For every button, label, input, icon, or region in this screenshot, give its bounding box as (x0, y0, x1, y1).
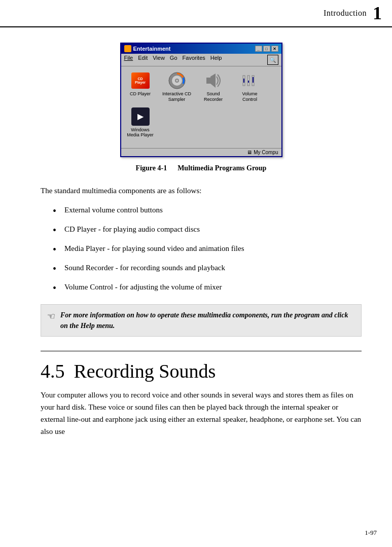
section-number: 4.5 (41, 361, 65, 381)
menu-help[interactable]: Help (210, 55, 222, 65)
cd-player-icon: CDPlayer (131, 71, 150, 90)
cd-player-label: CD Player (130, 91, 151, 97)
note-text: For more information on how to operate t… (60, 310, 353, 331)
bullet-list: • External volume control buttons • CD P… (41, 204, 362, 295)
win-title-text: Entertainment (133, 46, 171, 52)
statusbar-text: 🖥 My Compu (247, 150, 278, 155)
chapter-label: Introduction (324, 9, 367, 18)
section-divider (41, 351, 362, 351)
win-content-area: CDPlayer CD Player (121, 66, 281, 148)
media-player-icon-item: ▶ WindowsMedia Player (125, 107, 156, 138)
win-statusbar: 🖥 My Compu (121, 148, 281, 156)
list-item: • Sound Recorder - for recording sounds … (41, 262, 362, 276)
win-icons-row-2: ▶ WindowsMedia Player (125, 107, 277, 138)
win-minimize-btn[interactable]: _ (255, 46, 262, 52)
media-player-icon: ▶ (131, 107, 150, 126)
win-controls: _ □ ✕ (255, 46, 278, 52)
volume-control-icon (241, 71, 259, 90)
win-titlebar: Entertainment _ □ ✕ (121, 44, 281, 54)
windows-screenshot: Entertainment _ □ ✕ File Edit View Go Fa… (120, 43, 282, 157)
menu-edit[interactable]: Edit (138, 55, 148, 65)
win-app-icon (124, 45, 131, 52)
win-close-btn[interactable]: ✕ (271, 46, 278, 52)
svg-rect-7 (243, 79, 244, 83)
svg-rect-11 (253, 77, 254, 83)
section-title: Recording Sounds (74, 361, 216, 381)
list-item: • External volume control buttons (41, 204, 362, 218)
bullet-dot: • (53, 223, 56, 237)
intro-paragraph: The standard multimedia components are a… (41, 185, 362, 197)
chapter-number: 1 (373, 4, 382, 22)
figure-label: Figure 4-1 (136, 164, 167, 172)
win-icons-row-1: CDPlayer CD Player (125, 71, 277, 102)
menu-file[interactable]: File (124, 55, 133, 65)
menu-go[interactable]: Go (170, 55, 177, 65)
figure-caption: Figure 4-1 Multimedia Programs Group (136, 164, 267, 172)
bullet-dot: • (53, 262, 56, 276)
bullet-dot: • (53, 204, 56, 218)
figure-container: Entertainment _ □ ✕ File Edit View Go Fa… (41, 43, 362, 172)
section-paragraph: Your computer allows you to record voice… (41, 389, 362, 437)
list-item-text: Volume Control - for adjusting the volum… (64, 281, 222, 293)
page-number: 1-97 (365, 529, 377, 536)
disc-svg (168, 71, 186, 90)
win-maximize-btn[interactable]: □ (263, 46, 270, 52)
bullet-dot: • (53, 242, 56, 257)
list-item-text: CD Player - for playing audio compact di… (64, 223, 200, 235)
main-content: Entertainment _ □ ✕ File Edit View Go Fa… (0, 27, 392, 465)
sound-recorder-icon (204, 71, 223, 90)
media-player-label: WindowsMedia Player (127, 127, 154, 138)
win-menubar: File Edit View Go Favorites Help 🔍 (121, 54, 281, 66)
cd-player-image: CDPlayer (131, 72, 150, 89)
sound-recorder-label: SoundRecorder (204, 91, 223, 102)
list-item: • Media Player - for playing sound video… (41, 242, 362, 257)
interactive-cd-icon (168, 71, 186, 90)
section-heading: 4.5 Recording Sounds (41, 361, 362, 381)
media-player-image: ▶ (131, 107, 150, 126)
list-item: • Volume Control - for adjusting the vol… (41, 281, 362, 295)
bullet-dot: • (53, 281, 56, 295)
search-btn[interactable]: 🔍 (267, 55, 278, 65)
list-item-text: Sound Recorder - for recording sounds an… (64, 262, 225, 274)
volume-svg (241, 72, 259, 89)
cd-player-icon-item: CDPlayer CD Player (125, 71, 156, 97)
note-box: ☞ For more information on how to operate… (41, 304, 362, 337)
figure-title: Multimedia Programs Group (177, 164, 266, 172)
page-footer: 1-97 (365, 529, 377, 537)
svg-marker-5 (210, 74, 216, 88)
volume-control-label: Volume Control (235, 91, 265, 102)
svg-rect-9 (248, 81, 249, 83)
svg-rect-4 (206, 78, 210, 84)
svg-point-3 (176, 80, 178, 82)
sound-recorder-icon-item: SoundRecorder (198, 71, 229, 102)
volume-control-icon-item: Volume Control (235, 71, 265, 102)
list-item: • CD Player - for playing audio compact … (41, 223, 362, 237)
list-item-text: External volume control buttons (64, 204, 163, 216)
note-icon: ☞ (47, 311, 55, 322)
interactive-cd-label: Interactive CDSampler (162, 91, 191, 102)
menu-favorites[interactable]: Favorites (183, 55, 205, 65)
interactive-cd-icon-item: Interactive CDSampler (162, 71, 192, 102)
page-header: Introduction 1 (0, 0, 392, 27)
list-item-text: Media Player - for playing sound video a… (64, 242, 244, 254)
speaker-svg (204, 72, 223, 89)
win-titlebar-left: Entertainment (124, 45, 171, 52)
menu-view[interactable]: View (153, 55, 165, 65)
